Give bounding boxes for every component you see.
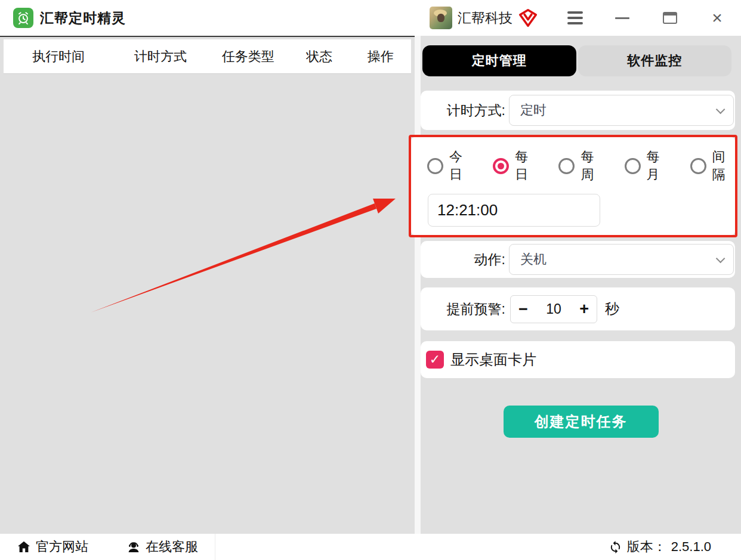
title-bar: 汇帮定时精灵 汇帮科技 × bbox=[0, 0, 741, 36]
desktop-card-checkbox[interactable] bbox=[426, 351, 444, 369]
action-value: 关机 bbox=[520, 250, 547, 268]
action-label: 动作: bbox=[421, 250, 505, 269]
home-icon bbox=[17, 540, 31, 554]
app-logo-alarm-clock-icon bbox=[13, 8, 33, 28]
warning-label: 提前预警: bbox=[421, 300, 505, 318]
official-website-link[interactable]: 官方网站 bbox=[17, 538, 88, 556]
schedule-radio[interactable]: 今日 bbox=[427, 148, 472, 184]
user-avatar[interactable] bbox=[430, 7, 452, 29]
warning-seconds-stepper: − 10 + bbox=[510, 295, 597, 323]
increment-button[interactable]: + bbox=[579, 301, 589, 317]
maximize-button[interactable] bbox=[658, 6, 682, 30]
version-value: 2.5.1.0 bbox=[671, 539, 711, 555]
chevron-down-icon bbox=[716, 104, 725, 114]
task-table-body-empty bbox=[0, 74, 415, 534]
schedule-radio[interactable]: 每月 bbox=[625, 148, 669, 184]
online-support-link[interactable]: 在线客服 bbox=[126, 538, 198, 556]
warning-row: 提前预警: − 10 + 秒 bbox=[421, 287, 735, 330]
timing-mode-label: 计时方式: bbox=[421, 101, 505, 120]
vip-shield-icon bbox=[518, 8, 538, 28]
radio-icon bbox=[690, 158, 706, 174]
desktop-card-label: 显示桌面卡片 bbox=[450, 350, 536, 369]
warning-seconds-value: 10 bbox=[546, 301, 561, 317]
close-button[interactable]: × bbox=[705, 6, 729, 30]
version-label: 版本： bbox=[627, 538, 666, 556]
create-task-button[interactable]: 创建定时任务 bbox=[504, 406, 659, 438]
panel-divider bbox=[415, 36, 421, 534]
account-area: 汇帮科技 bbox=[430, 7, 538, 29]
decrement-button[interactable]: − bbox=[518, 301, 528, 317]
task-table-header: 执行时间 计时方式 任务类型 状态 操作 bbox=[4, 39, 411, 74]
column-header-timing-mode: 计时方式 bbox=[113, 48, 207, 66]
minimize-icon bbox=[615, 17, 629, 19]
main-area: 执行时间 计时方式 任务类型 状态 操作 定时管理 软件监控 计时方式: 定时 bbox=[0, 36, 741, 534]
warning-unit-label: 秒 bbox=[605, 299, 619, 318]
timing-mode-row: 计时方式: 定时 bbox=[421, 91, 735, 130]
schedule-radio[interactable]: 每日 bbox=[493, 148, 538, 184]
footer-divider bbox=[215, 534, 215, 560]
schedule-settings-card: 今日 每日 每周 每月 间隔 bbox=[411, 137, 735, 235]
schedule-radio-group: 今日 每日 每周 每月 间隔 bbox=[411, 137, 735, 184]
timing-mode-value: 定时 bbox=[520, 101, 547, 119]
time-input[interactable] bbox=[428, 194, 600, 227]
column-header-task-type: 任务类型 bbox=[207, 48, 289, 66]
window-controls: × bbox=[563, 6, 741, 30]
tab-timer-management[interactable]: 定时管理 bbox=[422, 45, 576, 76]
chevron-down-icon bbox=[716, 253, 725, 263]
footer-bar: 官方网站 在线客服 版本： 2.5.1.0 bbox=[0, 534, 741, 560]
schedule-radio[interactable]: 每周 bbox=[558, 148, 603, 184]
minimize-button[interactable] bbox=[610, 6, 634, 30]
column-header-exec-time: 执行时间 bbox=[4, 48, 113, 66]
tab-software-monitor[interactable]: 软件监控 bbox=[578, 45, 732, 76]
action-select[interactable]: 关机 bbox=[509, 244, 734, 275]
tab-bar: 定时管理 软件监控 bbox=[422, 45, 731, 76]
column-header-status: 状态 bbox=[289, 48, 350, 66]
hamburger-icon bbox=[567, 11, 583, 24]
radio-icon bbox=[558, 158, 575, 174]
menu-button[interactable] bbox=[563, 6, 587, 30]
maximize-icon bbox=[663, 12, 677, 24]
version-info: 版本： 2.5.1.0 bbox=[609, 538, 711, 556]
action-row: 动作: 关机 bbox=[421, 241, 735, 278]
app-title: 汇帮定时精灵 bbox=[40, 9, 126, 27]
task-table-panel: 执行时间 计时方式 任务类型 状态 操作 bbox=[0, 36, 415, 534]
column-header-operation: 操作 bbox=[350, 48, 411, 66]
close-icon: × bbox=[712, 9, 723, 27]
settings-panel: 定时管理 软件监控 计时方式: 定时 今日 每日 bbox=[421, 36, 741, 534]
refresh-icon[interactable] bbox=[609, 540, 622, 554]
schedule-radio[interactable]: 间隔 bbox=[690, 148, 735, 184]
radio-icon bbox=[625, 158, 641, 174]
support-agent-icon bbox=[126, 540, 141, 554]
radio-icon bbox=[427, 158, 443, 174]
timing-mode-select[interactable]: 定时 bbox=[509, 95, 734, 126]
account-name: 汇帮科技 bbox=[458, 9, 512, 27]
radio-icon bbox=[493, 158, 509, 174]
desktop-card-row: 显示桌面卡片 bbox=[421, 341, 735, 378]
